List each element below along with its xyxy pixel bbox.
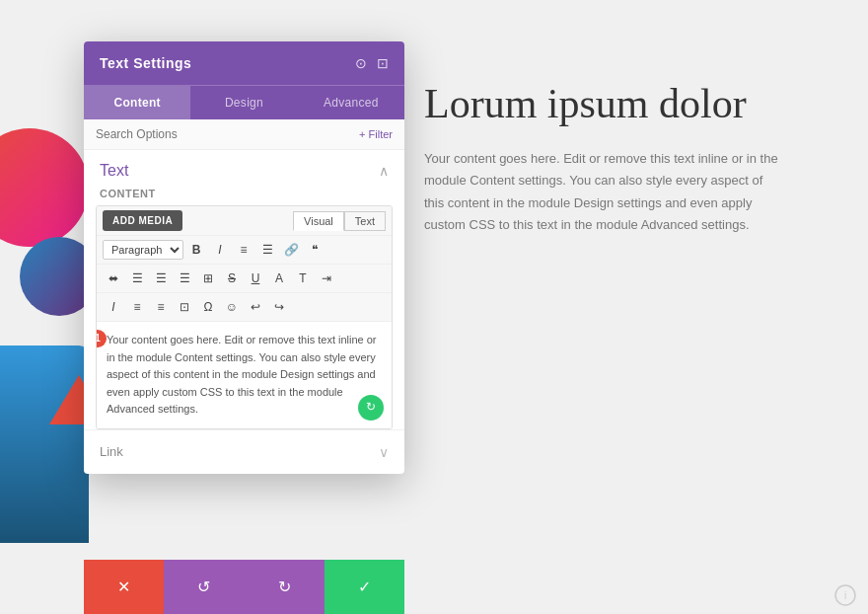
align-justify-button[interactable]: ☰: [174, 268, 195, 289]
undo-button[interactable]: ↩: [245, 296, 266, 318]
indent-left-button[interactable]: ≡: [126, 296, 148, 318]
link-label: Link: [100, 444, 123, 459]
panel-header-icons: ⊙ ⊡: [355, 55, 389, 71]
panel-scroll-area: Text ∧ Content ADD MEDIA Visual Text Par…: [84, 150, 404, 474]
refresh-button[interactable]: ↻: [358, 395, 384, 421]
indent-button[interactable]: ⇥: [316, 268, 337, 289]
bold-button[interactable]: B: [185, 239, 207, 261]
align-left-button[interactable]: ⬌: [103, 268, 124, 289]
tab-advanced[interactable]: Advanced: [298, 86, 404, 119]
tab-text[interactable]: Text: [344, 211, 386, 231]
editor-content[interactable]: 1 Your content goes here. Edit or remove…: [97, 322, 392, 428]
redo-icon: ↻: [278, 577, 291, 596]
main-content-area: Lorum ipsum dolor Your content goes here…: [424, 79, 848, 594]
cancel-button[interactable]: ✕: [84, 560, 164, 614]
emoji-button[interactable]: ☺: [221, 296, 243, 318]
underline-button[interactable]: U: [245, 268, 266, 289]
bottom-right-icon: i: [834, 584, 856, 606]
editor-top-toolbar: ADD MEDIA Visual Text: [97, 206, 392, 236]
add-media-button[interactable]: ADD MEDIA: [103, 210, 182, 231]
unordered-list-button[interactable]: ≡: [233, 239, 254, 261]
filter-button[interactable]: + Filter: [359, 128, 393, 140]
strikethrough-button[interactable]: S: [221, 268, 243, 289]
numbered-badge: 1: [96, 330, 107, 347]
resize-icon[interactable]: ⊡: [377, 55, 389, 71]
link-button[interactable]: 🔗: [280, 239, 302, 261]
section-title: Text: [100, 162, 128, 180]
format-toolbar-row3: I ≡ ≡ ⊡ Ω ☺ ↩ ↪: [97, 293, 392, 322]
align-right-button[interactable]: ☰: [150, 268, 172, 289]
svg-text:i: i: [844, 590, 846, 601]
panel-footer: ✕ ↺ ↻ ✓: [84, 560, 404, 614]
format-toolbar-row2: ⬌ ☰ ☰ ☰ ⊞ S U A T ⇥: [97, 265, 392, 293]
settings-panel: Text Settings ⊙ ⊡ Content Design Advance…: [84, 41, 404, 474]
decor-circle-blue: [20, 237, 89, 316]
page-heading: Lorum ipsum dolor: [424, 79, 848, 128]
format-toolbar-row1: Paragraph Heading 1 Heading 2 B I ≡ ☰ 🔗 …: [97, 236, 392, 265]
page-body-text: Your content goes here. Edit or remove t…: [424, 148, 779, 235]
panel-title: Text Settings: [100, 55, 191, 71]
redo-history-button[interactable]: ↻: [245, 560, 325, 614]
italic2-button[interactable]: I: [103, 296, 124, 318]
font-color-button[interactable]: A: [268, 268, 290, 289]
undo-icon: ↺: [197, 577, 210, 596]
tab-content[interactable]: Content: [84, 86, 190, 119]
link-section[interactable]: Link ∨: [84, 429, 404, 474]
save-button[interactable]: ✓: [325, 560, 404, 614]
search-input[interactable]: [96, 127, 359, 141]
tab-visual[interactable]: Visual: [293, 211, 344, 231]
panel-tabs: Content Design Advanced: [84, 85, 404, 119]
italic-button[interactable]: I: [209, 239, 231, 261]
cancel-icon: ✕: [117, 577, 130, 596]
section-collapse-icon[interactable]: ∧: [379, 163, 389, 179]
settings-icon[interactable]: ⊙: [355, 55, 367, 71]
decor-triangle-red: [49, 375, 89, 424]
section-header: Text ∧: [84, 150, 404, 188]
indent-right-button[interactable]: ≡: [150, 296, 172, 318]
special-chars-button[interactable]: Ω: [197, 296, 219, 318]
link-toggle-icon[interactable]: ∨: [379, 444, 389, 460]
content-label: Content: [84, 188, 404, 205]
redo-button[interactable]: ↪: [268, 296, 290, 318]
paragraph-select[interactable]: Paragraph Heading 1 Heading 2: [103, 240, 183, 260]
search-bar: + Filter: [84, 119, 404, 150]
panel-header: Text Settings ⊙ ⊡: [84, 41, 404, 85]
align-center-button[interactable]: ☰: [126, 268, 148, 289]
undo-history-button[interactable]: ↺: [164, 560, 244, 614]
tab-design[interactable]: Design: [190, 86, 297, 119]
background-decoration: [0, 0, 89, 614]
blockquote-button[interactable]: ❝: [304, 239, 326, 261]
editor-text: Your content goes here. Edit or remove t…: [107, 334, 377, 415]
table-button[interactable]: ⊞: [197, 268, 219, 289]
ordered-list-button[interactable]: ☰: [256, 239, 278, 261]
editor-area: ADD MEDIA Visual Text Paragraph Heading …: [96, 205, 393, 429]
clear-format-button[interactable]: T: [292, 268, 314, 289]
save-icon: ✓: [358, 577, 371, 596]
fullscreen-button[interactable]: ⊡: [174, 296, 195, 318]
decor-circle-red: [0, 128, 89, 247]
editor-view-tabs: Visual Text: [293, 211, 386, 231]
